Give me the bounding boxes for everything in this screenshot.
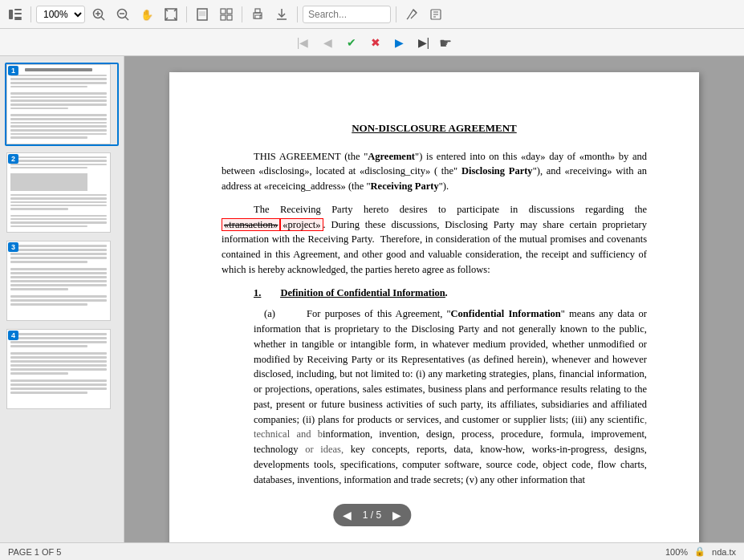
separator-5 [396, 6, 396, 22]
tracked-change-insert: «project» [280, 218, 323, 231]
cursor-icon: ☛ [439, 34, 452, 52]
doc-purpose-paragraph: The Receiving Party hereto desires to pa… [222, 202, 647, 278]
view-single-button[interactable] [192, 6, 213, 23]
svg-rect-24 [221, 15, 226, 20]
svg-text:✋: ✋ [140, 8, 153, 21]
svg-rect-18 [197, 9, 207, 20]
doc-title: NON-DISCLOSURE AGREEMENT [222, 120, 647, 136]
svg-rect-2 [14, 13, 22, 14]
sidebar-toggle-button[interactable] [5, 6, 26, 22]
download-button[interactable] [271, 6, 292, 23]
page-nav-overlay: ◀ 1 / 5 ▶ [333, 504, 411, 526]
zoom-in-button[interactable] [88, 6, 109, 23]
page-prev-button[interactable]: ◀ [339, 507, 355, 523]
edit-button[interactable] [425, 6, 446, 23]
status-right: 100% 🔒 nda.tx [665, 546, 736, 557]
thumbnail-1[interactable]: 1 [5, 63, 119, 146]
status-bar: PAGE 1 OF 5 100% 🔒 nda.tx [0, 542, 744, 560]
fit-page-button[interactable] [161, 6, 181, 23]
page-next-button[interactable]: ▶ [389, 507, 405, 523]
svg-line-33 [407, 18, 409, 19]
svg-rect-25 [227, 15, 232, 20]
svg-rect-22 [221, 9, 226, 14]
svg-line-8 [101, 17, 104, 20]
find-toolbar: |◀ ◀ ✔ ✖ ▶ ▶| ☛ [0, 29, 744, 56]
svg-rect-4 [14, 18, 22, 20]
nav-accept-button[interactable]: ✔ [342, 34, 361, 51]
svg-line-11 [125, 17, 128, 20]
thumb-img-4 [6, 329, 111, 409]
svg-rect-27 [255, 9, 260, 13]
thumbnail-3[interactable]: 3 [5, 239, 119, 323]
thumb-img-3 [6, 241, 111, 321]
view-grid-button[interactable] [216, 6, 237, 23]
separator-1 [30, 6, 31, 22]
pan-button[interactable]: ✋ [136, 6, 157, 23]
thumb-img-1 [6, 64, 111, 144]
lock-icon: 🔒 [694, 546, 705, 557]
thumbnail-sidebar: 1 2 [0, 56, 124, 542]
main-toolbar: 100% ✋ [0, 0, 744, 29]
thumbnail-2[interactable]: 2 [5, 151, 119, 234]
thumb-num-2: 2 [8, 154, 18, 164]
separator-2 [186, 6, 187, 22]
doc-intro-paragraph: THIS AGREEMENT (the "Agreement") is ente… [222, 149, 647, 194]
zoom-select[interactable]: 100% [36, 6, 85, 23]
document-viewer: NON-DISCLOSURE AGREEMENT THIS AGREEMENT … [124, 56, 744, 542]
svg-rect-0 [9, 10, 13, 19]
thumb-num-3: 3 [8, 242, 18, 252]
nav-last-button[interactable]: ▶| [413, 34, 435, 51]
document-page: NON-DISCLOSURE AGREEMENT THIS AGREEMENT … [169, 72, 699, 542]
svg-rect-3 [14, 17, 22, 18]
filename: nda.tx [712, 547, 736, 557]
separator-3 [242, 6, 242, 22]
print-button[interactable] [247, 6, 268, 23]
zoom-level: 100% [665, 547, 688, 557]
main-area: 1 2 [0, 56, 744, 542]
search-input[interactable] [303, 6, 391, 23]
tracked-change-strikethrough: «transaction» [222, 218, 280, 231]
thumbnail-4[interactable]: 4 [5, 327, 119, 411]
thumb-img-2 [6, 152, 111, 233]
nav-prev-button[interactable]: ◀ [319, 34, 337, 51]
thumb-num-4: 4 [8, 331, 18, 340]
nav-first-button[interactable]: |◀ [292, 34, 314, 51]
svg-point-29 [260, 14, 262, 16]
section-1-title: 1.Definition of Confidential Information… [222, 286, 647, 301]
svg-rect-1 [14, 9, 22, 10]
svg-rect-23 [227, 9, 232, 14]
thumb-num-1: 1 [8, 66, 18, 75]
zoom-out-button[interactable] [112, 6, 133, 23]
nav-reject-button[interactable]: ✖ [366, 34, 385, 51]
page-nav-text: 1 / 5 [360, 509, 384, 521]
page-info: PAGE 1 OF 5 [8, 547, 61, 557]
section-1a-paragraph: (a) For purposes of this Agreement, "Con… [222, 306, 647, 487]
nav-next-button[interactable]: ▶ [390, 34, 409, 51]
separator-4 [297, 6, 298, 22]
svg-rect-28 [255, 15, 260, 18]
annotate-button[interactable] [401, 6, 422, 23]
